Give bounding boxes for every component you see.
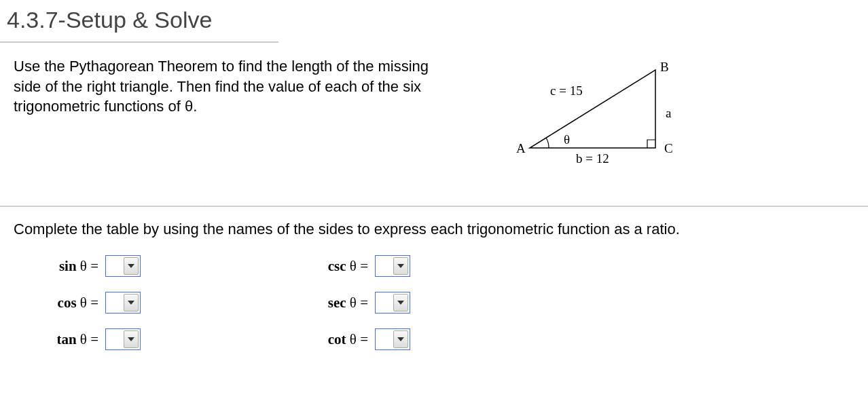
chevron-down-icon — [124, 330, 139, 348]
tan-dropdown[interactable] — [105, 328, 141, 350]
trig-table: sin θ = cos θ = tan θ = — [0, 255, 868, 350]
sin-row: sin θ = — [48, 255, 141, 277]
problem-area: Use the Pythagorean Theorem to find the … — [0, 43, 868, 199]
triangle-diagram: B A C a b = 12 c = 15 θ — [509, 56, 700, 178]
divider — [0, 206, 868, 207]
side-c-label: c = 15 — [550, 83, 583, 98]
cos-dropdown[interactable] — [105, 292, 141, 314]
vertex-A-label: A — [516, 141, 526, 156]
csc-dropdown[interactable] — [375, 255, 410, 277]
svg-marker-4 — [397, 264, 404, 268]
vertex-B-label: B — [660, 60, 669, 75]
trig-column-left: sin θ = cos θ = tan θ = — [48, 255, 141, 350]
sec-row: sec θ = — [317, 292, 410, 314]
csc-label: csc θ = — [317, 258, 368, 275]
side-a-label: a — [666, 106, 671, 121]
sin-dropdown[interactable] — [105, 255, 141, 277]
page-title: 4.3.7-Setup & Solve — [0, 0, 278, 43]
sin-label: sin θ = — [48, 258, 98, 275]
svg-marker-6 — [397, 337, 404, 341]
cos-label: cos θ = — [48, 294, 98, 311]
chevron-down-icon — [124, 294, 139, 311]
vertex-C-label: C — [664, 141, 673, 156]
tan-label: tan θ = — [48, 331, 98, 348]
svg-marker-3 — [128, 337, 134, 341]
angle-theta-label: θ — [564, 132, 570, 147]
chevron-down-icon — [393, 257, 408, 275]
cot-row: cot θ = — [317, 328, 410, 350]
svg-marker-5 — [397, 301, 404, 305]
instruction-text: Complete the table by using the names of… — [0, 221, 868, 255]
cos-row: cos θ = — [48, 292, 141, 314]
sec-label: sec θ = — [317, 294, 368, 311]
chevron-down-icon — [393, 294, 408, 311]
problem-text: Use the Pythagorean Theorem to find the … — [14, 56, 448, 178]
chevron-down-icon — [124, 257, 139, 275]
trig-column-right: csc θ = sec θ = cot θ = — [317, 255, 410, 350]
tan-row: tan θ = — [48, 328, 141, 350]
side-b-label: b = 12 — [576, 151, 609, 166]
svg-marker-0 — [530, 70, 655, 148]
chevron-down-icon — [393, 330, 408, 348]
csc-row: csc θ = — [317, 255, 410, 277]
sec-dropdown[interactable] — [375, 292, 410, 314]
svg-marker-1 — [128, 264, 134, 268]
svg-marker-2 — [128, 301, 134, 305]
cot-dropdown[interactable] — [375, 328, 410, 350]
cot-label: cot θ = — [317, 331, 368, 348]
